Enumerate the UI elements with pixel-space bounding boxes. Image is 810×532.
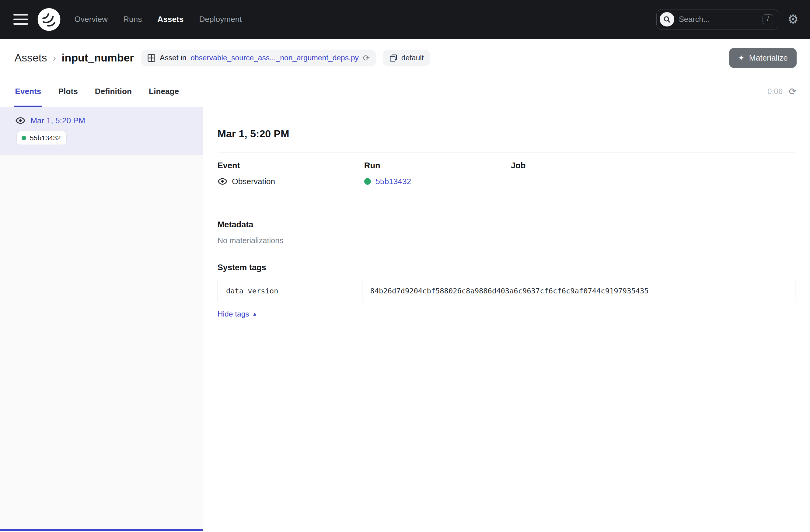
sparkle-icon: ✦ (738, 53, 744, 62)
materialize-button[interactable]: ✦ Materialize (729, 48, 796, 68)
system-tags-table: data_version 84b26d7d9204cbf588026c8a988… (217, 280, 796, 302)
run-id-link[interactable]: 55b13432 (375, 177, 411, 186)
event-type-value: Observation (232, 177, 275, 186)
run-status-dot (364, 178, 371, 185)
search-input[interactable] (679, 15, 741, 24)
page-title: input_number (62, 52, 134, 64)
nav-item-deployment[interactable]: Deployment (199, 15, 242, 24)
tag-key-cell: data_version (218, 280, 362, 302)
observation-eye-icon (217, 178, 227, 185)
content-area: Mar 1, 5:20 PM 55b13432 Mar 1, 5:20 PM E… (0, 107, 810, 531)
breadcrumb-assets-link[interactable]: Assets (15, 52, 47, 64)
nav-item-assets[interactable]: Assets (157, 15, 183, 24)
asset-grid-icon (147, 54, 156, 62)
tag-value-cell: 84b26d7d9204cbf588026c8a9886d403a6c9637c… (362, 280, 795, 302)
run-column: Run 55b13432 (364, 161, 511, 186)
event-detail-title: Mar 1, 5:20 PM (217, 128, 796, 140)
caret-up-icon: ▲ (252, 311, 257, 317)
event-run-id: 55b13432 (30, 134, 61, 142)
tab-plots[interactable]: Plots (58, 76, 78, 107)
asset-source-file-link[interactable]: observable_source_ass..._non_argument_de… (191, 53, 359, 62)
reload-definition-icon[interactable]: ⟳ (363, 54, 370, 62)
nav-item-overview[interactable]: Overview (74, 15, 108, 24)
tab-lineage[interactable]: Lineage (149, 76, 179, 107)
hamburger-menu-icon[interactable] (13, 14, 28, 25)
materialize-button-label: Materialize (749, 53, 788, 63)
tab-events[interactable]: Events (15, 76, 41, 107)
global-search[interactable]: / (656, 9, 778, 30)
search-shortcut-badge: / (763, 14, 773, 25)
asset-group-badge[interactable]: default (383, 50, 430, 66)
job-column-label: Job (511, 161, 658, 171)
group-icon (389, 54, 397, 62)
breadcrumb-separator: › (53, 52, 56, 64)
page-header: Assets › input_number Asset in observabl… (0, 39, 810, 76)
group-name-link[interactable]: default (401, 53, 424, 62)
settings-gear-icon[interactable]: ⚙ (788, 13, 799, 26)
dagster-logo-icon[interactable] (37, 7, 61, 31)
hide-tags-link[interactable]: Hide tags ▲ (217, 310, 257, 318)
nav-item-runs[interactable]: Runs (123, 15, 142, 24)
search-icon (660, 12, 674, 27)
run-column-label: Run (364, 161, 511, 171)
event-run-chip[interactable]: 55b13432 (16, 131, 67, 145)
hide-tags-label: Hide tags (217, 310, 249, 318)
event-list-item-selected[interactable]: Mar 1, 5:20 PM 55b13432 (0, 107, 202, 155)
metadata-heading: Metadata (217, 220, 796, 229)
topbar-right: / ⚙ (656, 9, 799, 30)
run-status-dot (21, 136, 26, 140)
divider (217, 200, 796, 200)
observation-eye-icon (16, 117, 25, 124)
asset-definition-badge: Asset in observable_source_ass..._non_ar… (141, 50, 376, 66)
refresh-icon[interactable]: ⟳ (789, 87, 797, 96)
top-nav-bar: Overview Runs Assets Deployment / ⚙ (0, 0, 810, 39)
dagster-app: Overview Runs Assets Deployment / ⚙ Asse… (0, 0, 810, 532)
event-timestamp: Mar 1, 5:20 PM (30, 116, 85, 125)
system-tags-heading: System tags (217, 263, 796, 272)
event-detail-panel: Mar 1, 5:20 PM Event Observation (203, 107, 810, 531)
metadata-empty-text: No materializations (217, 236, 796, 245)
primary-nav: Overview Runs Assets Deployment (74, 15, 242, 24)
tab-definition[interactable]: Definition (95, 76, 132, 107)
sidebar-scroll-indicator (0, 529, 202, 531)
job-empty-value: — (511, 177, 519, 186)
tabs-right: 0:06 ⟳ (767, 76, 797, 107)
refresh-timer: 0:06 (767, 87, 783, 96)
event-summary-columns: Event Observation Run (217, 152, 796, 186)
event-column: Event Observation (217, 161, 364, 186)
asset-badge-prefix: Asset in (160, 53, 187, 62)
breadcrumb: Assets › input_number (15, 52, 134, 64)
event-column-label: Event (217, 161, 364, 171)
events-sidebar: Mar 1, 5:20 PM 55b13432 (0, 107, 203, 531)
asset-tabs: Events Plots Definition Lineage 0:06 ⟳ (0, 76, 810, 107)
job-column: Job — (511, 161, 658, 186)
